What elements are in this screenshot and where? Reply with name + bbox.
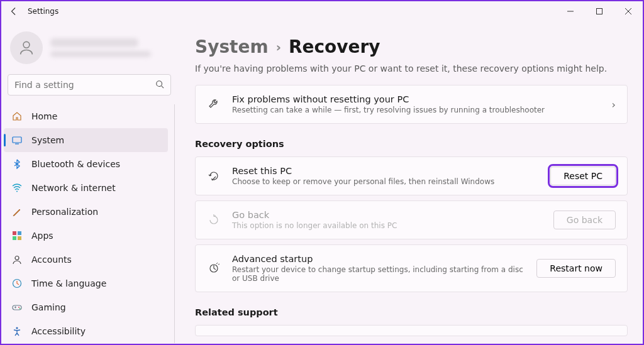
nav-label: Time & language <box>31 278 106 288</box>
nav-label: Personalization <box>31 207 98 217</box>
reset-pc-card: Reset this PC Choose to keep or remove y… <box>195 156 628 195</box>
svg-rect-1 <box>597 9 602 14</box>
nav-time[interactable]: Time & language <box>4 271 168 295</box>
home-icon <box>11 111 23 121</box>
close-button[interactable] <box>614 1 643 21</box>
svg-rect-9 <box>18 231 21 235</box>
nav-label: System <box>31 135 64 145</box>
advanced-startup-card: Advanced startup Restart your device to … <box>195 244 628 292</box>
nav-gaming[interactable]: Gaming <box>4 295 168 319</box>
svg-line-4 <box>162 85 164 88</box>
svg-rect-5 <box>13 137 21 143</box>
content-area: System › Recovery If you're having probl… <box>177 21 643 344</box>
back-button[interactable] <box>6 7 21 16</box>
nav-list: Home System Bluetooth & devices Network … <box>4 104 175 343</box>
fix-problems-card[interactable]: Fix problems without resetting your PC R… <box>195 85 628 124</box>
reset-pc-button[interactable]: Reset PC <box>550 167 616 185</box>
svg-point-15 <box>18 307 19 308</box>
svg-rect-10 <box>13 236 16 240</box>
svg-point-16 <box>19 308 21 309</box>
breadcrumb: System › Recovery <box>195 36 628 57</box>
nav-network[interactable]: Network & internet <box>4 176 168 200</box>
nav-label: Home <box>31 111 57 121</box>
goback-desc: This option is no longer available on th… <box>232 221 542 230</box>
nav-system[interactable]: System <box>4 128 168 152</box>
nav-apps[interactable]: Apps <box>4 224 168 248</box>
search-icon <box>155 79 164 91</box>
sidebar: Home System Bluetooth & devices Network … <box>1 21 177 344</box>
nav-personalization[interactable]: Personalization <box>4 200 168 224</box>
user-profile[interactable] <box>4 28 175 74</box>
recovery-options-heading: Recovery options <box>195 139 628 149</box>
nav-label: Apps <box>31 231 53 241</box>
accounts-icon <box>11 255 23 265</box>
nav-label: Accounts <box>31 255 72 265</box>
profile-name-blurred <box>50 38 138 47</box>
chevron-right-icon: › <box>612 99 616 111</box>
fix-desc: Resetting can take a while — first, try … <box>232 106 601 114</box>
svg-point-3 <box>157 80 162 86</box>
breadcrumb-current: Recovery <box>289 36 380 57</box>
fix-title: Fix problems without resetting your PC <box>232 94 601 104</box>
go-back-card: Go back This option is no longer availab… <box>195 200 628 239</box>
reset-desc: Choose to keep or remove your personal f… <box>232 177 539 186</box>
svg-point-12 <box>15 256 19 260</box>
goback-title: Go back <box>232 210 542 220</box>
svg-rect-14 <box>13 305 21 310</box>
avatar <box>10 31 43 64</box>
nav-accounts[interactable]: Accounts <box>4 248 168 271</box>
window-controls <box>556 1 643 21</box>
app-title: Settings <box>28 7 58 16</box>
svg-point-2 <box>23 41 30 48</box>
search-box[interactable] <box>8 74 171 96</box>
gaming-icon <box>11 302 23 312</box>
titlebar: Settings <box>1 1 643 21</box>
restart-now-button[interactable]: Restart now <box>536 259 616 278</box>
advanced-desc: Restart your device to change startup se… <box>232 265 525 283</box>
minimize-button[interactable] <box>556 1 585 21</box>
goback-icon <box>207 214 221 226</box>
go-back-button: Go back <box>553 211 616 229</box>
profile-email-blurred <box>50 51 151 57</box>
maximize-button[interactable] <box>585 1 614 21</box>
svg-rect-8 <box>13 231 16 235</box>
search-input[interactable] <box>14 80 142 90</box>
breadcrumb-parent[interactable]: System <box>195 36 269 57</box>
advanced-title: Advanced startup <box>232 254 525 264</box>
nav-bluetooth[interactable]: Bluetooth & devices <box>4 152 168 176</box>
nav-accessibility[interactable]: Accessibility <box>4 319 168 343</box>
advanced-icon <box>207 262 221 275</box>
nav-label: Bluetooth & devices <box>31 159 120 169</box>
reset-title: Reset this PC <box>232 166 539 176</box>
related-support-heading: Related support <box>195 307 628 317</box>
system-icon <box>11 135 23 145</box>
nav-label: Network & internet <box>31 183 116 193</box>
reset-icon <box>207 170 221 182</box>
svg-rect-11 <box>18 236 21 240</box>
svg-point-7 <box>16 191 18 192</box>
page-intro: If you're having problems with your PC o… <box>195 63 628 74</box>
chevron-right-icon: › <box>276 40 281 55</box>
nav-label: Gaming <box>31 302 66 312</box>
personalization-icon <box>11 207 23 217</box>
accessibility-icon <box>11 326 23 336</box>
nav-label: Accessibility <box>31 326 86 336</box>
bluetooth-icon <box>11 159 23 169</box>
nav-home[interactable]: Home <box>4 104 168 128</box>
svg-point-17 <box>16 327 18 329</box>
related-card-cutoff <box>195 325 628 336</box>
network-icon <box>11 183 23 193</box>
time-icon <box>11 278 23 288</box>
wrench-icon <box>207 98 221 111</box>
apps-icon <box>11 231 23 241</box>
